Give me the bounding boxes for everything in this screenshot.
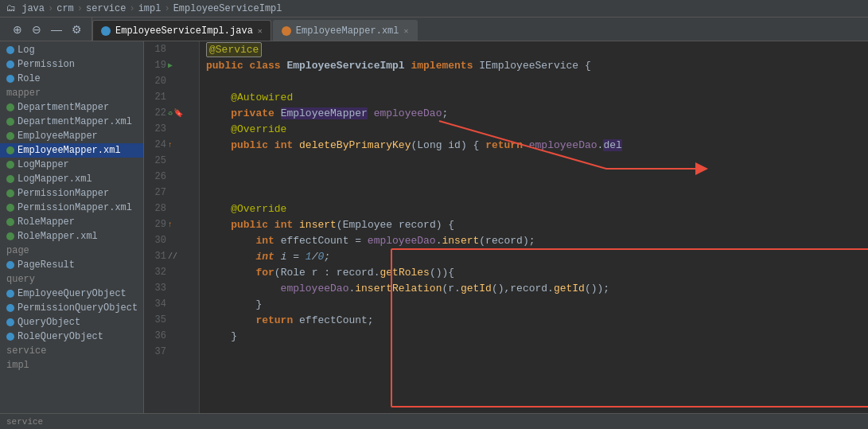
- breadcrumb-impl[interactable]: impl: [138, 3, 162, 14]
- sidebar-category-mapper: mapper: [0, 86, 143, 100]
- sidebar-label-deptmapperxml: DepartmentMapper.xml: [18, 116, 132, 127]
- sidebar-item-rolemapper-xml[interactable]: RoleMapper.xml: [0, 229, 143, 244]
- code-lines[interactable]: @Service public class EmployeeServiceImp…: [200, 41, 868, 413]
- code-line-33: employeeDao.insertRelation(r.getId(),rec…: [206, 280, 862, 296]
- sidebar-label-empquery: EmployeeQueryObject: [18, 288, 127, 299]
- breadcrumb-service[interactable]: service: [86, 3, 126, 14]
- tabs-container: EmployeeServiceImpl.java ✕ EmployeeMappe…: [92, 18, 419, 41]
- sidebar-item-departmentmapper[interactable]: DepartmentMapper: [0, 100, 143, 115]
- permmapper-icon: [6, 189, 14, 197]
- sidebar-label-deptmapper: DepartmentMapper: [18, 102, 109, 113]
- breadcrumb-class[interactable]: EmployeeServiceImpl: [173, 3, 282, 14]
- sidebar-item-employeemapper-xml[interactable]: EmployeeMapper.xml: [0, 143, 143, 158]
- sidebar-item-logmapper-xml[interactable]: LogMapper.xml: [0, 172, 143, 186]
- code-line-23: @Override: [206, 121, 862, 137]
- empmapper-icon: [6, 132, 14, 140]
- code-line-21: @Autowired: [206, 89, 862, 105]
- code-line-31: int i = 1/0;: [206, 248, 862, 264]
- rolemapper-icon: [6, 218, 14, 226]
- rolemapperxml-icon: [6, 232, 14, 240]
- deptmapperxml-icon: [6, 118, 14, 126]
- code-line-22: private EmployeeMapper employeeDao;: [206, 105, 862, 121]
- refresh-button[interactable]: ⚙: [68, 21, 85, 37]
- run-icon-22[interactable]: ♻: [168, 108, 173, 118]
- permquery-icon: [6, 304, 14, 312]
- code-line-36: }: [206, 328, 862, 344]
- sidebar-item-employeemapper[interactable]: EmployeeMapper: [0, 129, 143, 143]
- sidebar-item-rolequery[interactable]: RoleQueryObject: [0, 330, 143, 344]
- log-icon: [6, 46, 14, 54]
- tab1-label: EmployeeServiceImpl.java: [115, 25, 253, 37]
- breadcrumb-java[interactable]: 🗂 java: [6, 2, 45, 14]
- sidebar-label-permmapper: PermissionMapper: [18, 188, 109, 199]
- breadcrumb-crm[interactable]: crm: [56, 3, 74, 14]
- sidebar-item-permissionmapper[interactable]: PermissionMapper: [0, 186, 143, 201]
- gutter-row-33: 33: [144, 280, 199, 296]
- code-line-30: int effectCount = employeeDao.insert(rec…: [206, 232, 862, 248]
- code-line-18: @Service: [206, 41, 862, 57]
- gutter-row-34: 34: [144, 296, 199, 312]
- sidebar-item-logmapper[interactable]: LogMapper: [0, 158, 143, 172]
- settings-button[interactable]: —: [48, 21, 65, 37]
- sidebar-item-log[interactable]: Log: [0, 43, 143, 57]
- gutter-row-19: 19 ▶: [144, 57, 199, 73]
- sidebar-item-rolemapper[interactable]: RoleMapper: [0, 215, 143, 229]
- tab1-close[interactable]: ✕: [258, 26, 263, 36]
- gutter-row-30: 30: [144, 232, 199, 248]
- sidebar-item-permissionquery[interactable]: PermissionQueryObject: [0, 301, 143, 315]
- gutter-row-20: 20: [144, 73, 199, 89]
- comment-icon-31: //: [168, 252, 177, 261]
- gutter-row-23: 23: [144, 121, 199, 137]
- gutter-row-26: 26: [144, 169, 199, 185]
- code-line-37: [206, 344, 862, 360]
- sidebar-item-departmentmapper-xml[interactable]: DepartmentMapper.xml: [0, 115, 143, 129]
- rolequery-icon: [6, 333, 14, 341]
- permission-icon: [6, 60, 14, 68]
- sidebar-item-pageresult[interactable]: PageResult: [0, 258, 143, 272]
- warning-icon-24[interactable]: ↑: [168, 141, 173, 150]
- gutter-row-31: 31 //: [144, 248, 199, 264]
- sidebar-item-queryobject[interactable]: QueryObject: [0, 315, 143, 330]
- tab-employee-service-impl[interactable]: EmployeeServiceImpl.java ✕: [92, 20, 271, 41]
- queryobj-icon: [6, 318, 14, 326]
- code-line-28: @Override: [206, 201, 862, 216]
- sidebar: Log Permission Role mapper DepartmentMap…: [0, 41, 144, 413]
- gutter-row-37: 37: [144, 344, 199, 360]
- sidebar-category-service: service: [0, 344, 143, 358]
- sidebar-label-role: Role: [18, 73, 41, 84]
- code-line-35: return effectCount;: [206, 312, 862, 328]
- permmapperxml-icon: [6, 204, 14, 212]
- code-line-20: [206, 73, 862, 89]
- sidebar-category-impl: impl: [0, 358, 143, 372]
- sidebar-label-queryobj: QueryObject: [18, 317, 80, 328]
- sidebar-label-permquery: PermissionQueryObject: [18, 302, 138, 314]
- gutter-row-21: 21: [144, 89, 199, 105]
- sidebar-label-permission: Permission: [18, 59, 75, 70]
- tab2-close[interactable]: ✕: [403, 26, 408, 36]
- sidebar-label-rolequery: RoleQueryObject: [18, 331, 103, 342]
- gutter-row-28: 28: [144, 201, 199, 216]
- forward-button[interactable]: ⊖: [29, 21, 45, 37]
- gutter-row-18: 18: [144, 41, 199, 57]
- tab-employee-mapper-xml[interactable]: EmployeeMapper.xml ✕: [273, 20, 418, 41]
- bookmark-icon-22[interactable]: 🔖: [173, 108, 183, 118]
- sidebar-label-rolemapperxml: RoleMapper.xml: [18, 231, 98, 242]
- sidebar-item-permissionmapper-xml[interactable]: PermissionMapper.xml: [0, 201, 143, 215]
- sidebar-item-role[interactable]: Role: [0, 72, 143, 86]
- bottom-status-bar: service: [0, 413, 868, 429]
- logmapper-icon: [6, 161, 14, 169]
- gutter-row-24: 24 ↑: [144, 137, 199, 153]
- warning-icon-29[interactable]: ↑: [168, 220, 173, 229]
- code-line-29: public int insert(Employee record) {: [206, 216, 862, 232]
- back-button[interactable]: ⊕: [10, 21, 25, 37]
- sidebar-category-page: page: [0, 244, 143, 258]
- java-icon: [101, 26, 111, 36]
- run-icon-19[interactable]: ▶: [168, 60, 173, 70]
- gutter: 18 19 ▶ 20 21 22: [144, 41, 200, 413]
- sidebar-item-employeequery[interactable]: EmployeeQueryObject: [0, 287, 143, 301]
- deptmapper-icon: [6, 103, 14, 111]
- gutter-row-25: 25: [144, 153, 199, 169]
- sidebar-item-permission[interactable]: Permission: [0, 57, 143, 72]
- code-editor[interactable]: 18 19 ▶ 20 21 22: [144, 41, 868, 413]
- gutter-row-29: 29 ↑: [144, 216, 199, 232]
